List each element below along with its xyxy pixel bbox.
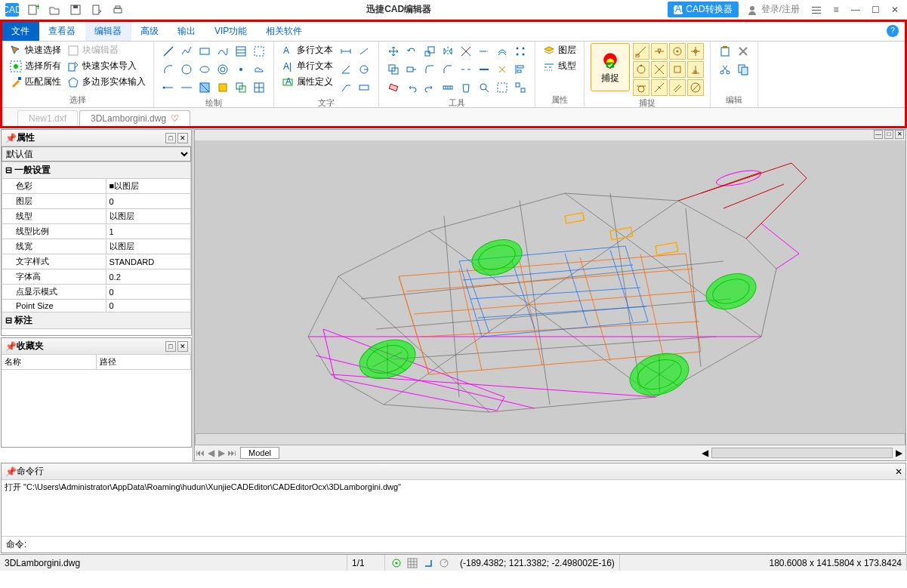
print-icon[interactable]	[109, 2, 127, 17]
ungroup-icon[interactable]	[512, 79, 529, 96]
mirror-icon[interactable]	[440, 43, 456, 60]
settings-icon[interactable]: ≡	[827, 2, 845, 17]
tolerance-icon[interactable]	[356, 79, 372, 96]
app-logo-icon[interactable]: CAD	[3, 2, 21, 17]
select-all-button[interactable]: 选择所有	[8, 59, 63, 73]
cloud-icon[interactable]	[251, 61, 267, 78]
grid-toggle-icon[interactable]	[406, 556, 419, 570]
maximize-button[interactable]: ☐	[866, 2, 884, 17]
copy-icon[interactable]	[385, 61, 402, 78]
match-props-button[interactable]: 匹配属性	[8, 75, 63, 89]
polyline-icon[interactable]	[178, 43, 195, 60]
pin-icon[interactable]: 📌	[5, 466, 17, 478]
close-tab-icon[interactable]: ♡	[171, 113, 179, 124]
ellipse-icon[interactable]	[196, 61, 213, 78]
line-icon[interactable]	[160, 43, 177, 60]
panel-close-icon[interactable]: ✕	[895, 466, 902, 477]
prop-pmode-val[interactable]: 0	[106, 285, 191, 300]
capture-button[interactable]: 捕捉	[591, 43, 630, 91]
view-restore-icon[interactable]: □	[884, 130, 893, 139]
panel-maximize-icon[interactable]: □	[165, 133, 176, 143]
cut-icon[interactable]	[717, 61, 733, 78]
trim-icon[interactable]	[458, 43, 474, 60]
tab-scrollbar[interactable]	[711, 448, 893, 458]
view-min-icon[interactable]: —	[874, 130, 883, 139]
prop-theight-val[interactable]: 0.2	[106, 269, 191, 285]
insert-icon[interactable]	[233, 79, 249, 96]
quick-select-button[interactable]: 快速选择	[8, 43, 63, 57]
tab-editor[interactable]: 编辑器	[85, 22, 131, 41]
leader-icon[interactable]	[338, 79, 354, 96]
command-header[interactable]: 📌 命令行 ✕	[2, 463, 905, 480]
nav-last-icon[interactable]: ⏭	[227, 448, 237, 458]
extend-icon[interactable]	[476, 43, 492, 60]
move-icon[interactable]	[385, 43, 402, 60]
file-tab-2[interactable]: 3DLamborgini.dwg♡	[79, 110, 190, 126]
join-icon[interactable]	[476, 61, 492, 78]
audit-icon[interactable]	[476, 79, 492, 96]
fillet-icon[interactable]	[421, 61, 438, 78]
layer-button[interactable]: 图层	[541, 43, 578, 57]
open-icon[interactable]	[45, 2, 63, 17]
dim-aligned-icon[interactable]	[356, 43, 372, 60]
snap-nearest-icon[interactable]	[651, 79, 668, 96]
copy-clip-icon[interactable]	[735, 61, 751, 78]
snap-node-icon[interactable]	[687, 43, 704, 60]
table-icon[interactable]	[251, 79, 267, 96]
tab-file[interactable]: 文件	[2, 22, 39, 41]
ray-icon[interactable]	[160, 79, 177, 96]
explode-icon[interactable]	[494, 61, 511, 78]
dim-linear-icon[interactable]	[338, 43, 354, 60]
block-icon[interactable]	[214, 79, 231, 96]
fav-col-path[interactable]: 路径	[97, 355, 192, 369]
model-tab[interactable]: Model	[240, 447, 279, 459]
purge-icon[interactable]	[458, 79, 474, 96]
attrdef-button[interactable]: A属性定义	[280, 75, 335, 89]
properties-header[interactable]: 📌 属性 □ ✕	[2, 130, 191, 146]
horizontal-scrollbar[interactable]	[195, 433, 905, 445]
snap-midpoint-icon[interactable]	[651, 43, 668, 60]
tab-vip[interactable]: VIP功能	[205, 22, 257, 41]
prop-psize-val[interactable]: 0	[106, 300, 191, 312]
menu-icon[interactable]	[807, 2, 825, 17]
stext-button[interactable]: A|单行文本	[280, 59, 335, 73]
point-icon[interactable]	[233, 61, 249, 78]
help-icon[interactable]: ?	[887, 25, 899, 37]
new-icon[interactable]: +	[24, 2, 42, 17]
undo-icon[interactable]	[403, 79, 420, 96]
measure-icon[interactable]	[440, 79, 456, 96]
nav-next-icon[interactable]: ▶	[216, 448, 227, 458]
command-input[interactable]	[29, 538, 904, 551]
array-icon[interactable]	[512, 43, 529, 60]
section-general[interactable]: ⊟ 一般设置	[2, 162, 191, 179]
dim-radius-icon[interactable]	[356, 61, 372, 78]
save-icon[interactable]	[66, 2, 85, 17]
align-icon[interactable]	[512, 61, 529, 78]
stretch-icon[interactable]	[403, 61, 420, 78]
scale-icon[interactable]	[421, 43, 438, 60]
snap-endpoint-icon[interactable]	[633, 43, 649, 60]
snap-insert-icon[interactable]	[669, 61, 686, 78]
snap-intersect-icon[interactable]	[651, 61, 668, 78]
pin-icon[interactable]: 📌	[5, 340, 17, 352]
cad-converter-button[interactable]: CADCAD转换器	[668, 2, 738, 17]
dim-angular-icon[interactable]	[338, 61, 354, 78]
break-icon[interactable]	[458, 61, 474, 78]
snap-perp-icon[interactable]	[687, 61, 704, 78]
group-icon[interactable]	[494, 79, 511, 96]
fill-icon[interactable]	[196, 79, 213, 96]
polar-toggle-icon[interactable]	[437, 556, 451, 570]
snap-quadrant-icon[interactable]	[633, 61, 649, 78]
offset-icon[interactable]	[494, 43, 511, 60]
prop-tstyle-val[interactable]: STANDARD	[106, 254, 191, 269]
scroll-right-icon[interactable]: ▶	[893, 448, 905, 458]
panel-close-icon[interactable]: ✕	[177, 133, 188, 143]
erase-icon[interactable]	[385, 79, 402, 96]
donut-icon[interactable]	[214, 61, 231, 78]
panel-maximize-icon[interactable]: □	[165, 341, 176, 352]
drawing-canvas[interactable]	[195, 140, 905, 433]
rect-icon[interactable]	[196, 43, 213, 60]
prop-layer-val[interactable]: 0	[106, 194, 191, 209]
ortho-toggle-icon[interactable]	[421, 556, 435, 570]
quick-import-button[interactable]: 快速实体导入	[66, 59, 147, 73]
